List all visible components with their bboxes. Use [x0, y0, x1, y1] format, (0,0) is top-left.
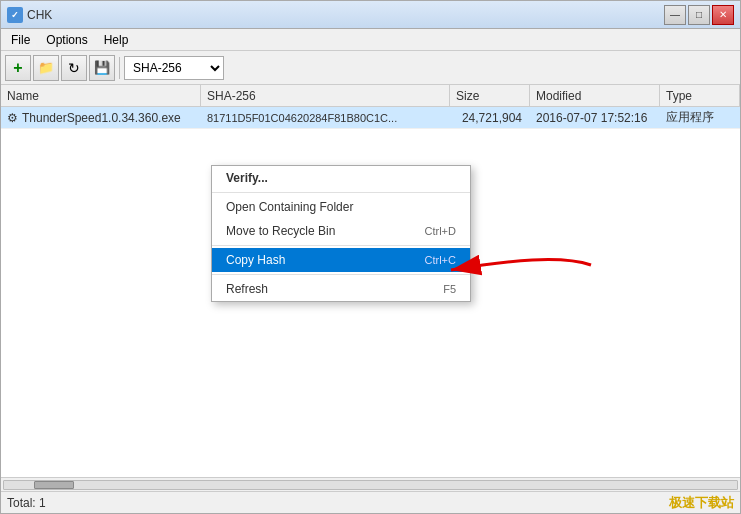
close-button[interactable]: ✕	[712, 5, 734, 25]
context-separator-2	[212, 245, 470, 246]
column-header-sha[interactable]: SHA-256	[201, 85, 450, 106]
watermark: 极速下载站	[669, 494, 734, 512]
cell-sha: 81711D5F01C04620284F81B80C1C...	[201, 112, 450, 124]
toolbar-separator	[119, 57, 120, 79]
column-header-modified[interactable]: Modified	[530, 85, 660, 106]
scrollbar-thumb[interactable]	[34, 481, 74, 489]
cell-name: ⚙ ThunderSpeed1.0.34.360.exe	[1, 111, 201, 125]
column-header-name[interactable]: Name	[1, 85, 201, 106]
app-icon: ✓	[7, 7, 23, 23]
menu-bar: File Options Help	[1, 29, 740, 51]
save-button[interactable]: 💾	[89, 55, 115, 81]
menu-help[interactable]: Help	[96, 29, 137, 50]
context-menu-move-recycle[interactable]: Move to Recycle Bin Ctrl+D	[212, 219, 470, 243]
context-separator-3	[212, 274, 470, 275]
toolbar: + 📁 ↻ 💾 SHA-256 MD5 SHA-1	[1, 51, 740, 85]
context-menu-copy-hash[interactable]: Copy Hash Ctrl+C	[212, 248, 470, 272]
window-title: CHK	[27, 8, 52, 22]
cell-size: 24,721,904	[450, 111, 530, 125]
scrollbar-track	[3, 480, 738, 490]
title-bar-left: ✓ CHK	[7, 7, 52, 23]
hash-algorithm-select[interactable]: SHA-256 MD5 SHA-1	[124, 56, 224, 80]
context-menu-verify[interactable]: Verify...	[212, 166, 470, 190]
menu-file[interactable]: File	[3, 29, 38, 50]
app-window: ✓ CHK — □ ✕ File Options Help + 📁 ↻ 💾 SH…	[0, 0, 741, 514]
table-row[interactable]: ⚙ ThunderSpeed1.0.34.360.exe 81711D5F01C…	[1, 107, 740, 129]
status-text: Total: 1	[7, 496, 46, 510]
context-menu-open-folder[interactable]: Open Containing Folder	[212, 195, 470, 219]
status-bar: Total: 1 极速下载站	[1, 491, 740, 513]
context-menu-refresh[interactable]: Refresh F5	[212, 277, 470, 301]
refresh-button[interactable]: ↻	[61, 55, 87, 81]
open-button[interactable]: 📁	[33, 55, 59, 81]
cell-modified: 2016-07-07 17:52:16	[530, 111, 660, 125]
column-header-size[interactable]: Size	[450, 85, 530, 106]
menu-options[interactable]: Options	[38, 29, 95, 50]
minimize-button[interactable]: —	[664, 5, 686, 25]
file-icon: ⚙	[7, 111, 18, 125]
add-button[interactable]: +	[5, 55, 31, 81]
maximize-button[interactable]: □	[688, 5, 710, 25]
table-header: Name SHA-256 Size Modified Type	[1, 85, 740, 107]
title-bar: ✓ CHK — □ ✕	[1, 1, 740, 29]
content-area: Name SHA-256 Size Modified Type ⚙ Thunde…	[1, 85, 740, 477]
horizontal-scrollbar[interactable]	[1, 477, 740, 491]
context-menu: Verify... Open Containing Folder Move to…	[211, 165, 471, 302]
cell-type: 应用程序	[660, 109, 740, 126]
context-separator-1	[212, 192, 470, 193]
title-bar-buttons: — □ ✕	[664, 5, 734, 25]
column-header-type[interactable]: Type	[660, 85, 740, 106]
